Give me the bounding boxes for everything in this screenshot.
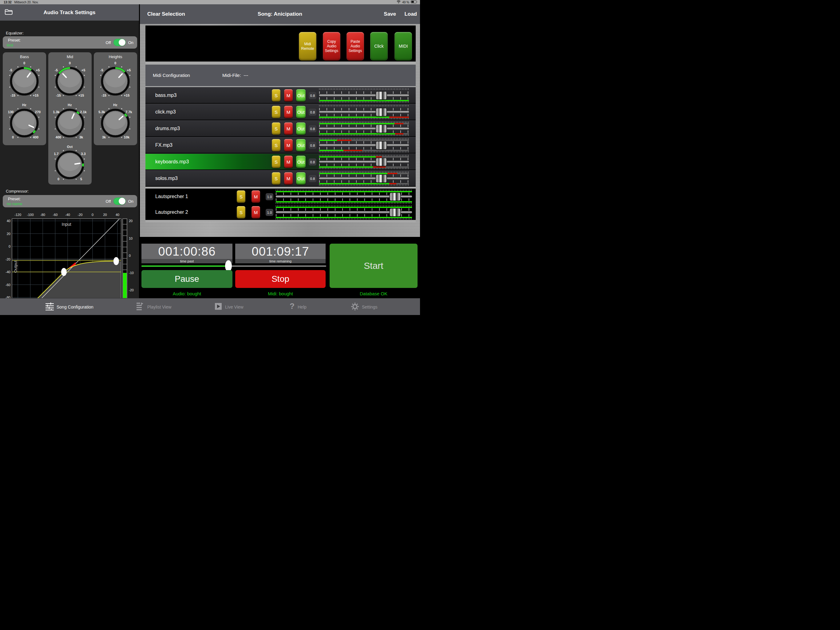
solo-button[interactable]: S	[272, 156, 280, 168]
frequency-knob[interactable]: Hz1.3k2.1k4003k	[48, 101, 91, 140]
volume-value[interactable]: 0.8	[309, 158, 316, 166]
midi-remote-button[interactable]: Midi Remote	[299, 32, 316, 60]
volume-slider[interactable]	[319, 88, 409, 103]
comp-toggle[interactable]	[114, 198, 126, 205]
compressor-graph[interactable]: -120-100-80-60-40-200204040200-20-40-60-…	[0, 210, 139, 302]
mute-button[interactable]: M	[284, 106, 293, 118]
volume-slider[interactable]	[319, 105, 409, 119]
pause-button[interactable]: Pause	[141, 270, 232, 288]
track-row-drums[interactable]: drums.mp3 S M Out 0.8	[145, 120, 416, 136]
solo-button[interactable]: S	[272, 106, 280, 118]
toolbar-item-label: Song Configuration	[57, 304, 93, 309]
toolbar-item-playlist-view[interactable]: Playlist View	[136, 298, 171, 315]
output-label: Lautsprecher 1	[155, 188, 188, 204]
mute-button[interactable]: M	[284, 122, 293, 135]
volume-value[interactable]: 0.8	[309, 175, 316, 182]
gain-knob[interactable]: 0-5+5-15+15	[94, 59, 137, 98]
paste-audio-settings-button[interactable]: Paste Audio Settings	[346, 32, 364, 60]
band-title: Heights	[94, 52, 137, 59]
track-row-keyboards[interactable]: keyboards.mp3 S M Out 0.8	[145, 154, 416, 169]
output-row-lautsprecher-1[interactable]: Lautsprecher 1 S M 1.0	[145, 188, 416, 204]
svg-text:Oct: Oct	[67, 145, 73, 149]
fader-handle[interactable]	[390, 208, 401, 217]
volume-value[interactable]: 0.8	[309, 142, 316, 149]
toolbar-item-settings[interactable]: Settings	[351, 298, 377, 315]
volume-value[interactable]: 1.0	[266, 193, 273, 200]
mute-button[interactable]: M	[251, 190, 260, 203]
svg-text:-60: -60	[6, 283, 11, 287]
solo-button[interactable]: S	[237, 190, 245, 203]
copy-audio-settings-button[interactable]: Copy Audio Settings	[323, 32, 340, 60]
song-title: Song: Anicipation	[140, 11, 420, 17]
frequency-knob[interactable]: Hz5.3k7.7k3k10k	[94, 101, 137, 140]
midi-file-label[interactable]: Midi-File: ---	[222, 73, 248, 78]
comp-preset-value[interactable]: no name	[7, 201, 22, 206]
solo-button[interactable]: S	[272, 172, 280, 185]
track-row-FX[interactable]: FX.mp3 S M Out 0.8	[145, 137, 416, 153]
fader-handle[interactable]	[376, 108, 387, 116]
svg-text:Hz: Hz	[113, 103, 117, 107]
volume-slider[interactable]	[276, 190, 412, 204]
volume-slider[interactable]	[319, 122, 409, 136]
folder-icon[interactable]	[4, 8, 13, 17]
out-button[interactable]: Out	[296, 89, 306, 101]
toolbar-item-help[interactable]: ?Help	[289, 298, 306, 315]
out-button[interactable]: Out	[296, 139, 306, 151]
level-meter	[319, 140, 409, 141]
out-button[interactable]: Out	[296, 172, 306, 185]
save-button[interactable]: Save	[384, 11, 396, 17]
volume-value[interactable]: 0.8	[309, 109, 316, 116]
solo-button[interactable]: S	[272, 89, 280, 101]
mute-button[interactable]: M	[284, 156, 293, 168]
load-button[interactable]: Load	[404, 11, 417, 17]
volume-slider[interactable]	[276, 205, 412, 219]
volume-value[interactable]: 1.0	[266, 209, 273, 216]
eq-toggle[interactable]	[114, 39, 126, 46]
track-row-solos[interactable]: solos.mp3 S M Out 0.8	[145, 170, 416, 186]
mute-button[interactable]: M	[251, 206, 260, 218]
mute-button[interactable]: M	[284, 139, 293, 151]
song-progress-slider[interactable]	[141, 266, 326, 267]
toolbar-item-live-view[interactable]: Live View	[214, 298, 243, 315]
track-row-bass[interactable]: bass.mp3 S M Out 0.8	[145, 87, 416, 103]
mute-button[interactable]: M	[284, 89, 293, 101]
mixer-header: Clear Selection Song: Anicipation Save L…	[140, 4, 420, 24]
level-meter	[276, 191, 412, 192]
midi-button[interactable]: MIDI	[395, 32, 412, 60]
output-row-lautsprecher-2[interactable]: Lautsprecher 2 S M 1.0	[145, 204, 416, 220]
mute-button[interactable]: M	[284, 172, 293, 185]
svg-text:5: 5	[80, 177, 82, 181]
octave-knob[interactable]: Oct1.73.305	[48, 143, 91, 182]
volume-slider[interactable]	[319, 138, 409, 152]
solo-button[interactable]: S	[237, 206, 245, 218]
fader-handle[interactable]	[376, 141, 387, 149]
out-button[interactable]: Out	[296, 106, 306, 118]
stop-button[interactable]: Stop	[235, 270, 325, 288]
eq-preset-value[interactable]: test	[7, 43, 13, 47]
out-button[interactable]: Out	[296, 156, 306, 168]
solo-button[interactable]: S	[272, 139, 280, 151]
svg-text:-5: -5	[55, 68, 58, 72]
svg-text:+15: +15	[33, 93, 39, 97]
volume-value[interactable]: 0.8	[309, 92, 316, 99]
volume-slider[interactable]	[319, 155, 409, 169]
svg-text:+15: +15	[78, 93, 84, 97]
toolbar-item-song-configuration[interactable]: Song Configuration	[46, 298, 93, 315]
frequency-knob[interactable]: Hz1302700400	[3, 101, 46, 140]
midi-config-title: Midi Configuration	[153, 73, 190, 78]
gain-knob[interactable]: 0-5+5-15+15	[48, 59, 91, 98]
out-button[interactable]: Out	[296, 122, 306, 135]
fader-handle[interactable]	[376, 158, 387, 166]
solo-button[interactable]: S	[272, 122, 280, 135]
fader-handle[interactable]	[390, 193, 401, 201]
volume-slider[interactable]	[319, 171, 409, 185]
fader-handle[interactable]	[376, 174, 387, 183]
track-row-click[interactable]: click.mp3 S M Out 0.8	[145, 104, 416, 120]
volume-value[interactable]: 0.8	[309, 125, 316, 132]
gain-knob[interactable]: 0-5+5-15+15	[3, 59, 46, 98]
svg-text:10k: 10k	[124, 135, 130, 139]
fader-handle[interactable]	[376, 125, 387, 133]
fader-handle[interactable]	[376, 91, 387, 100]
click-button[interactable]: Click	[370, 32, 388, 60]
start-button[interactable]: Start	[330, 244, 418, 288]
